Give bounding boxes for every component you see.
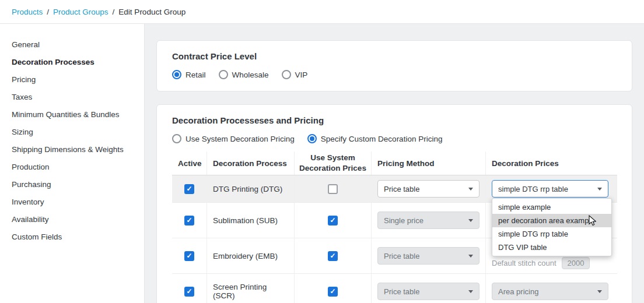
sidebar-item-shipping-dimensions-weights[interactable]: Shipping Dimensions & Weights xyxy=(0,141,144,158)
radio-selected-icon xyxy=(172,70,181,79)
sidebar-item-custom-fields[interactable]: Custom Fields xyxy=(0,228,144,246)
radio-specify-custom-decoration-pricing[interactable]: Specify Custom Decoration Pricing xyxy=(307,134,443,143)
sidebar-item-sizing[interactable]: Sizing xyxy=(0,124,144,141)
stitch-count-input[interactable]: 2000 xyxy=(562,257,590,269)
column-header-decoration-prices: Decoration Prices xyxy=(486,152,617,175)
mouse-cursor-icon xyxy=(589,215,596,226)
dropdown-option-dtg-vip-table[interactable]: DTG VIP table xyxy=(492,241,611,254)
check-icon: ✓ xyxy=(186,252,192,259)
radio-label: Wholesale xyxy=(232,71,269,79)
table-row-dtg-printing: ✓ DTG Printing (DTG) Price table xyxy=(172,175,617,203)
sidebar-item-inventory[interactable]: Inventory xyxy=(0,193,144,211)
active-checkbox[interactable]: ✓ xyxy=(184,216,194,226)
radio-selected-icon xyxy=(307,134,317,143)
check-icon: ✓ xyxy=(330,252,335,259)
table-header-row: Active Decoration Process Use System Dec… xyxy=(172,152,617,175)
main-content: Contract Price Level Retail Wholesale VI… xyxy=(145,24,644,303)
dropdown-option-per-decoration-area-example[interactable]: per decoration area example xyxy=(492,214,611,227)
dropdown-option-simple-dtg-rrp-table[interactable]: simple DTG rrp table xyxy=(492,227,611,241)
breadcrumb-separator: / xyxy=(113,8,115,16)
breadcrumb-link-products[interactable]: Products xyxy=(12,8,43,16)
decoration-pricing-mode-options: Use System Decoration Pricing Specify Cu… xyxy=(172,134,617,143)
breadcrumb-separator: / xyxy=(47,8,49,16)
sidebar-item-production[interactable]: Production xyxy=(0,158,144,176)
table-row-screen-printing: ✓ Screen Printing (SCR) ✓ Price table xyxy=(172,274,617,303)
process-name: Sublimation (SUB) xyxy=(207,203,295,238)
dropdown-option-label: DTG VIP table xyxy=(498,243,547,252)
sidebar-item-availability[interactable]: Availability xyxy=(0,211,144,228)
use-system-prices-checkbox[interactable]: ✓ xyxy=(328,287,338,297)
breadcrumb-link-product-groups[interactable]: Product Groups xyxy=(53,8,108,16)
radio-label: Use System Decoration Pricing xyxy=(186,135,295,143)
sidebar-item-minimum-quantities-bundles[interactable]: Minimum Quantities & Bundles xyxy=(0,106,144,124)
pricing-method-select: Price table xyxy=(377,283,480,300)
body-row: General Decoration Processes Pricing Tax… xyxy=(0,24,644,303)
sidebar-item-pricing[interactable]: Pricing xyxy=(0,71,144,89)
decoration-prices-select[interactable]: simple DTG rrp table xyxy=(492,180,608,198)
chevron-down-icon xyxy=(597,188,602,191)
check-icon: ✓ xyxy=(186,217,192,224)
column-header-pricing-method: Pricing Method xyxy=(372,152,486,175)
dropdown-option-label: simple DTG rrp table xyxy=(498,230,568,238)
use-system-prices-checkbox[interactable] xyxy=(328,184,338,194)
sidebar-item-general[interactable]: General xyxy=(0,36,144,54)
radio-unselected-icon xyxy=(172,134,181,143)
decoration-pricing-table: Active Decoration Process Use System Dec… xyxy=(172,152,617,303)
check-icon: ✓ xyxy=(186,185,192,192)
column-header-active: Active xyxy=(172,152,207,175)
select-value: Price table xyxy=(384,287,419,296)
breadcrumb: Products / Product Groups / Edit Product… xyxy=(12,8,186,16)
radio-label: Retail xyxy=(186,71,206,79)
radio-label: VIP xyxy=(295,71,308,79)
contract-price-level-card: Contract Price Level Retail Wholesale VI… xyxy=(156,40,632,91)
sidebar: General Decoration Processes Pricing Tax… xyxy=(0,24,145,303)
page: Products / Product Groups / Edit Product… xyxy=(0,0,644,303)
radio-vip[interactable]: VIP xyxy=(282,70,308,79)
check-icon: ✓ xyxy=(186,288,192,295)
chevron-down-icon xyxy=(468,255,473,258)
dropdown-option-label: per decoration area example xyxy=(498,216,595,225)
topbar: Products / Product Groups / Edit Product… xyxy=(0,0,644,24)
radio-use-system-decoration-pricing[interactable]: Use System Decoration Pricing xyxy=(172,134,295,143)
contract-price-level-title: Contract Price Level xyxy=(172,51,617,61)
decoration-prices-select: Area pricing xyxy=(492,283,608,300)
use-system-prices-checkbox[interactable]: ✓ xyxy=(328,251,338,261)
pricing-method-select: Single price xyxy=(377,212,480,229)
process-name: Embroidery (EMB) xyxy=(207,238,295,273)
chevron-down-icon xyxy=(468,219,473,222)
process-name: DTG Printing (DTG) xyxy=(207,175,295,202)
use-system-prices-checkbox[interactable]: ✓ xyxy=(328,216,338,226)
contract-price-level-options: Retail Wholesale VIP xyxy=(172,70,617,79)
sidebar-item-taxes[interactable]: Taxes xyxy=(0,89,144,106)
dropdown-option-label: simple example xyxy=(498,203,551,212)
select-value: Price table xyxy=(384,185,419,193)
select-value: simple DTG rrp table xyxy=(498,185,568,193)
chevron-down-icon xyxy=(468,290,473,293)
select-value: Single price xyxy=(384,216,424,225)
column-header-decoration-process: Decoration Process xyxy=(207,152,295,175)
column-header-use-system-decoration-prices: Use System Decoration Prices xyxy=(295,152,372,175)
select-value: Price table xyxy=(384,252,419,260)
decoration-processes-pricing-title: Decoration Processeses and Pricing xyxy=(172,115,617,125)
stitch-count-label: Default stitch count xyxy=(492,259,556,267)
select-value: Area pricing xyxy=(498,287,538,296)
check-icon: ✓ xyxy=(330,217,335,224)
chevron-down-icon xyxy=(597,290,602,293)
active-checkbox[interactable]: ✓ xyxy=(184,184,194,194)
pricing-method-select: Price table xyxy=(377,247,480,265)
dropdown-option-simple-example[interactable]: simple example xyxy=(492,200,611,214)
check-icon: ✓ xyxy=(330,288,335,295)
decoration-prices-dropdown-menu: simple example per decoration area examp… xyxy=(492,198,612,256)
radio-retail[interactable]: Retail xyxy=(172,70,206,79)
radio-unselected-icon xyxy=(282,70,291,79)
active-checkbox[interactable]: ✓ xyxy=(184,251,194,261)
sidebar-item-purchasing[interactable]: Purchasing xyxy=(0,176,144,193)
radio-unselected-icon xyxy=(219,70,228,79)
radio-wholesale[interactable]: Wholesale xyxy=(219,70,269,79)
sidebar-item-decoration-processes[interactable]: Decoration Processes xyxy=(0,54,144,71)
chevron-down-icon xyxy=(468,188,473,191)
pricing-method-select[interactable]: Price table xyxy=(377,180,480,198)
radio-label: Specify Custom Decoration Pricing xyxy=(321,135,443,143)
default-stitch-count: Default stitch count 2000 xyxy=(492,257,590,269)
active-checkbox[interactable]: ✓ xyxy=(184,287,194,297)
